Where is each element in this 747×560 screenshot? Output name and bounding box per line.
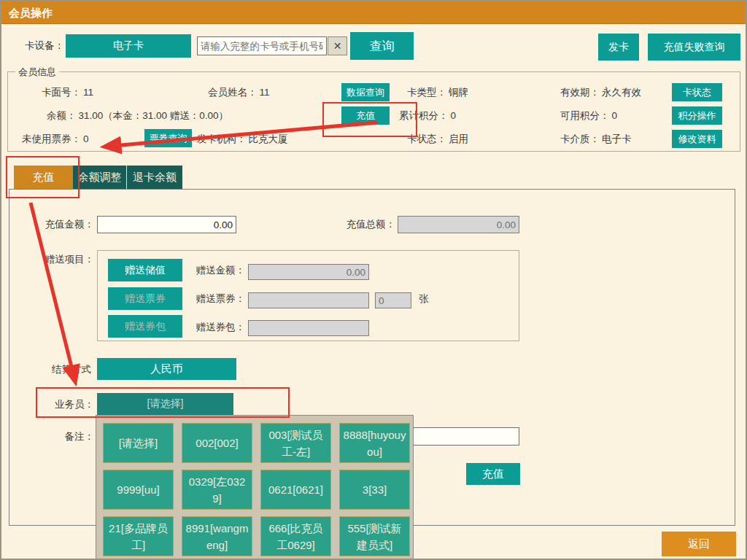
card-type-field: 卡类型：铜牌 xyxy=(407,83,468,101)
member-name-field: 会员姓名：11 xyxy=(208,83,270,101)
gift-ticket-unit-label: 张 xyxy=(419,289,429,308)
gift-ticket-button[interactable]: 赠送票券 xyxy=(108,287,182,310)
balance-label: 余额： xyxy=(47,110,77,121)
card-device-button[interactable]: 电子卡 xyxy=(66,34,191,58)
recharge-total-label: 充值总额： xyxy=(328,216,395,233)
gift-pack-label: 赠送券包： xyxy=(185,318,245,336)
recharge-amount-input[interactable] xyxy=(97,216,236,233)
unused-tickets-label: 未使用票券： xyxy=(22,133,81,144)
recharge-submit-button[interactable]: 充值 xyxy=(466,463,520,485)
recharge-total-input xyxy=(398,216,519,233)
card-type-value: 铜牌 xyxy=(449,87,468,98)
card-no-value: 11 xyxy=(83,87,93,98)
gift-ticket-input xyxy=(248,292,369,308)
back-button[interactable]: 返回 xyxy=(662,532,736,556)
tab-refund-balance[interactable]: 退卡余额 xyxy=(126,166,182,189)
total-points-label: 累计积分： xyxy=(399,110,449,121)
gift-amount-label: 赠送金额： xyxy=(185,261,245,279)
card-no-field: 卡面号：11 xyxy=(42,83,93,101)
salesman-option[interactable]: 8888[huyouyou] xyxy=(339,423,410,463)
tab-balance-adjust[interactable]: 余额调整 xyxy=(73,166,126,189)
member-info-legend: 会员信息 xyxy=(15,66,59,79)
card-status-button[interactable]: 卡状态 xyxy=(672,83,722,101)
gift-stored-value-button[interactable]: 赠送储值 xyxy=(108,259,182,281)
gift-amount-input xyxy=(248,264,369,280)
card-no-label: 卡面号： xyxy=(42,87,81,98)
member-name-value: 11 xyxy=(260,87,270,98)
modify-info-button[interactable]: 修改资料 xyxy=(672,130,722,148)
salesman-option[interactable]: 0329[左0329] xyxy=(182,470,252,510)
gift-ticket-label: 赠送票券： xyxy=(185,289,245,308)
salesman-option[interactable]: 3[33] xyxy=(339,470,410,510)
card-type-label: 卡类型： xyxy=(407,87,446,98)
clear-icon[interactable]: ✕ xyxy=(328,36,347,55)
balance-field: 余额：31.00（本金：31.00 赠送：0.00） xyxy=(47,106,228,125)
avail-points-label: 可用积分： xyxy=(560,110,610,121)
status-label: 卡状态： xyxy=(407,133,446,144)
settle-method-label: 结算方式 xyxy=(23,360,91,378)
card-device-label: 卡设备： xyxy=(16,34,64,58)
salesman-dropdown-panel: [请选择] 002[002] 003[测试员工-左] 8888[huyouyou… xyxy=(96,415,414,560)
salesman-option[interactable]: 21[多品牌员工] xyxy=(103,516,174,556)
medium-value: 电子卡 xyxy=(602,133,632,144)
issuer-label: 发卡机构： xyxy=(197,133,247,144)
recharge-amount-label: 充值金额： xyxy=(23,216,94,233)
salesman-option[interactable]: 8991[wangmeng] xyxy=(182,516,252,556)
total-points-field: 累计积分：0 xyxy=(399,106,456,125)
ticket-query-button[interactable]: 票券查询 xyxy=(144,129,192,147)
salesman-option[interactable]: [请选择] xyxy=(103,423,174,463)
salesman-option[interactable]: 002[002] xyxy=(182,423,252,463)
validity-value: 永久有效 xyxy=(602,87,641,98)
unused-tickets-value: 0 xyxy=(83,133,89,144)
avail-points-value: 0 xyxy=(612,110,618,121)
settle-method-button[interactable]: 人民币 xyxy=(97,358,236,380)
salesman-option[interactable]: 666[比克员工0629] xyxy=(260,516,331,556)
issuer-field: 发卡机构：比克大厦 xyxy=(197,130,288,148)
tab-bar: 充值 余额调整 退卡余额 xyxy=(14,166,182,189)
remark-label: 备注： xyxy=(23,427,94,446)
salesman-select-button[interactable]: [请选择] xyxy=(97,393,233,415)
card-number-input[interactable] xyxy=(197,36,327,55)
recharge-fail-query-button[interactable]: 充值失败查询 xyxy=(648,34,740,61)
medium-label: 卡介质： xyxy=(560,133,600,144)
gift-pack-button[interactable]: 赠送券包 xyxy=(108,315,182,338)
member-name-label: 会员姓名： xyxy=(208,87,258,98)
tab-recharge[interactable]: 充值 xyxy=(14,166,73,189)
unused-tickets-field: 未使用票券：0 xyxy=(22,130,89,148)
salesman-option[interactable]: 0621[0621] xyxy=(260,470,331,510)
issuer-value: 比克大厦 xyxy=(249,133,288,144)
validity-field: 有效期：永久有效 xyxy=(560,83,641,101)
balance-value: 31.00（本金：31.00 赠送：0.00） xyxy=(79,110,229,121)
gift-ticket-count-input xyxy=(375,292,411,308)
salesman-option[interactable]: 9999[uu] xyxy=(103,470,174,510)
data-query-button[interactable]: 数据查询 xyxy=(341,83,390,101)
status-field: 卡状态：启用 xyxy=(407,130,468,148)
issue-card-button[interactable]: 发卡 xyxy=(598,34,639,61)
query-button[interactable]: 查询 xyxy=(350,32,414,60)
salesman-label: 业务员： xyxy=(23,395,94,413)
gift-items-label: 赠送项目： xyxy=(23,253,94,266)
window-titlebar: 会员操作 xyxy=(1,1,746,24)
validity-label: 有效期： xyxy=(560,87,600,98)
medium-field: 卡介质：电子卡 xyxy=(560,130,632,148)
points-operation-button[interactable]: 积分操作 xyxy=(672,106,722,125)
member-operation-window: 会员操作 卡设备： 电子卡 ✕ 查询 发卡 充值失败查询 会员信息 卡面号：11… xyxy=(0,0,747,560)
member-recharge-button[interactable]: 充值 xyxy=(341,106,390,125)
salesman-option[interactable]: 555[测试新建员式] xyxy=(339,516,410,556)
gift-pack-input xyxy=(248,320,369,336)
salesman-option[interactable]: 003[测试员工-左] xyxy=(260,423,331,463)
total-points-value: 0 xyxy=(451,110,457,121)
window-title: 会员操作 xyxy=(9,7,53,19)
avail-points-field: 可用积分：0 xyxy=(560,106,617,125)
status-value: 启用 xyxy=(449,133,468,144)
